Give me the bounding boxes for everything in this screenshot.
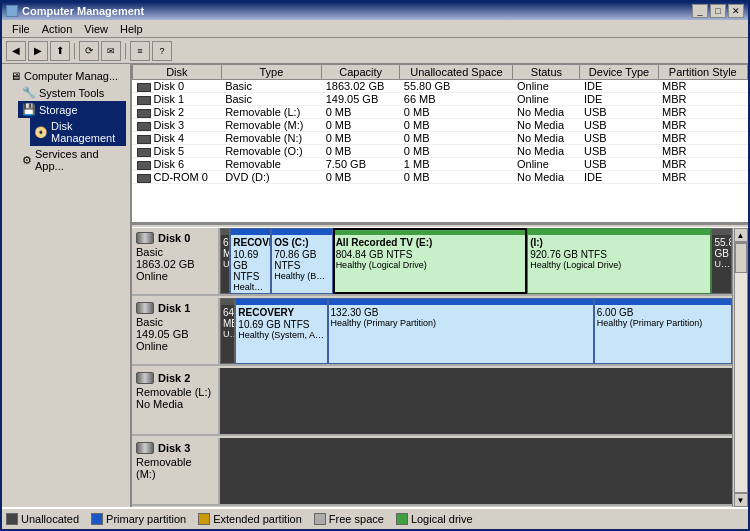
disk-size: 149.05 GB bbox=[136, 328, 214, 340]
sidebar-item-diskmgmt[interactable]: 📀 Disk Management bbox=[30, 118, 126, 146]
disk-graphical-row: Disk 1Basic149.05 GBOnline64 MBUnallocat… bbox=[132, 298, 732, 366]
scrollbar-thumb[interactable] bbox=[735, 243, 747, 273]
col-unallocated: Unallocated Space bbox=[400, 65, 513, 80]
partition-block[interactable]: 63 MBUnallocated bbox=[220, 228, 230, 294]
legend-box-primary bbox=[91, 513, 103, 525]
partition-block[interactable]: All Recorded TV (E:)804.84 GB NTFSHealth… bbox=[333, 228, 528, 294]
table-row[interactable]: Disk 5Removable (O:)0 MB0 MBNo MediaUSBM… bbox=[133, 145, 748, 158]
table-row[interactable]: CD-ROM 0DVD (D:)0 MB0 MBNo MediaIDEMBR bbox=[133, 171, 748, 184]
table-row[interactable]: Disk 4Removable (N:)0 MB0 MBNo MediaUSBM… bbox=[133, 132, 748, 145]
table-cell: Removable (M:) bbox=[221, 119, 322, 132]
legend-label-extended: Extended partition bbox=[213, 513, 302, 525]
menu-bar: File Action View Help bbox=[2, 20, 748, 38]
table-cell: 149.05 GB bbox=[322, 93, 400, 106]
partition-block[interactable]: 132.30 GBHealthy (Primary Partition) bbox=[328, 298, 594, 364]
sidebar-item-tools[interactable]: 🔧 System Tools bbox=[18, 84, 126, 101]
menu-help[interactable]: Help bbox=[114, 22, 149, 36]
toolbar-separator-2 bbox=[125, 43, 126, 59]
table-cell: Disk 1 bbox=[133, 93, 222, 106]
cylinder-shape bbox=[136, 442, 154, 454]
scrollbar: ▲ ▼ bbox=[732, 228, 748, 507]
sidebar-label-tools: System Tools bbox=[39, 87, 104, 99]
partition-status: Healthy (Primary Partition) bbox=[595, 318, 731, 328]
table-cell: Disk 6 bbox=[133, 158, 222, 171]
col-capacity: Capacity bbox=[322, 65, 400, 80]
refresh-button[interactable]: ⟳ bbox=[79, 41, 99, 61]
disk-name: Disk 2 bbox=[158, 372, 190, 384]
scrollbar-track[interactable] bbox=[734, 242, 748, 493]
sidebar-item-storage[interactable]: 💾 Storage bbox=[18, 101, 126, 118]
maximize-button[interactable]: □ bbox=[710, 4, 726, 18]
sidebar-label-storage: Storage bbox=[39, 104, 78, 116]
table-cell: Disk 0 bbox=[133, 80, 222, 93]
partition-block[interactable]: RECOVERY10.69 GB NTFSHealthy (System, Ac… bbox=[235, 298, 327, 364]
computer-icon: 🖥 bbox=[10, 70, 21, 82]
help-button[interactable]: ? bbox=[152, 41, 172, 61]
table-row[interactable]: Disk 2Removable (L:)0 MB0 MBNo MediaUSBM… bbox=[133, 106, 748, 119]
partition-header bbox=[221, 299, 234, 305]
partition-block[interactable]: OS (C:)70.86 GB NTFSHealthy (Boot, Page … bbox=[271, 228, 332, 294]
status-bar: Unallocated Primary partition Extended p… bbox=[2, 507, 748, 529]
table-cell: Online bbox=[513, 80, 580, 93]
minimize-button[interactable]: _ bbox=[692, 4, 708, 18]
up-button[interactable]: ⬆ bbox=[50, 41, 70, 61]
window-frame: Computer Management _ □ ✕ File Action Vi… bbox=[0, 0, 750, 531]
close-button[interactable]: ✕ bbox=[728, 4, 744, 18]
back-button[interactable]: ◀ bbox=[6, 41, 26, 61]
table-row[interactable]: Disk 6Removable7.50 GB1 MBOnlineUSBMBR bbox=[133, 158, 748, 171]
partition-header bbox=[528, 229, 710, 235]
legend-box-extended bbox=[198, 513, 210, 525]
partition-status: Healthy (Primary Partition) bbox=[329, 318, 593, 328]
export-button[interactable]: ✉ bbox=[101, 41, 121, 61]
disk-list-panel: Disk Type Capacity Unallocated Space Sta… bbox=[132, 64, 748, 224]
menu-view[interactable]: View bbox=[78, 22, 114, 36]
table-cell: MBR bbox=[658, 132, 747, 145]
sidebar-label-diskmgmt: Disk Management bbox=[51, 120, 122, 144]
scroll-up-button[interactable]: ▲ bbox=[734, 228, 748, 242]
disk-row-icon bbox=[137, 122, 151, 131]
properties-button[interactable]: ≡ bbox=[130, 41, 150, 61]
disk-status: No Media bbox=[136, 398, 214, 410]
toolbar-separator bbox=[74, 43, 75, 59]
forward-button[interactable]: ▶ bbox=[28, 41, 48, 61]
menu-action[interactable]: Action bbox=[36, 22, 79, 36]
disk-status: Online bbox=[136, 340, 214, 352]
legend-label-logical: Logical drive bbox=[411, 513, 473, 525]
partition-status: Healthy (Logical Drive) bbox=[528, 260, 710, 270]
col-partition-style: Partition Style bbox=[658, 65, 747, 80]
disk-label: Disk 0Basic1863.02 GBOnline bbox=[132, 228, 220, 294]
partition-name: OS (C:) bbox=[272, 237, 331, 249]
partition-block[interactable]: 55.80 GBUnallocated bbox=[711, 228, 731, 294]
legend-primary: Primary partition bbox=[91, 513, 186, 525]
toolbar: ◀ ▶ ⬆ ⟳ ✉ ≡ ? bbox=[2, 38, 748, 64]
partitions-area: 64 MBUnallocatedRECOVERY10.69 GB NTFSHea… bbox=[220, 298, 732, 364]
table-row[interactable]: Disk 3Removable (M:)0 MB0 MBNo MediaUSBM… bbox=[133, 119, 748, 132]
partition-block[interactable]: 64 MBUnallocated bbox=[220, 298, 235, 364]
table-cell: 66 MB bbox=[400, 93, 513, 106]
disk-cylinder-icon: Disk 3 bbox=[136, 442, 214, 454]
sidebar-item-computer[interactable]: 🖥 Computer Manag... bbox=[6, 68, 126, 84]
partition-block[interactable]: RECOVERY10.69 GB NTFSHealthy (Active, Pr… bbox=[230, 228, 271, 294]
sidebar-label-computer: Computer Manag... bbox=[24, 70, 118, 82]
table-row[interactable]: Disk 1Basic149.05 GB66 MBOnlineIDEMBR bbox=[133, 93, 748, 106]
sidebar-label-services: Services and App... bbox=[35, 148, 122, 172]
partition-block[interactable]: 6.00 GBHealthy (Primary Partition) bbox=[594, 298, 732, 364]
table-cell: Disk 5 bbox=[133, 145, 222, 158]
partition-block[interactable]: (I:)920.76 GB NTFSHealthy (Logical Drive… bbox=[527, 228, 711, 294]
title-bar: Computer Management _ □ ✕ bbox=[2, 2, 748, 20]
table-cell: No Media bbox=[513, 171, 580, 184]
table-cell: Disk 2 bbox=[133, 106, 222, 119]
scroll-down-button[interactable]: ▼ bbox=[734, 493, 748, 507]
partition-status: Unallocated bbox=[221, 259, 229, 269]
menu-file[interactable]: File bbox=[6, 22, 36, 36]
col-device-type: Device Type bbox=[580, 65, 658, 80]
disk-icon: 📀 bbox=[34, 126, 48, 139]
sidebar-item-services[interactable]: ⚙ Services and App... bbox=[18, 146, 126, 174]
table-row[interactable]: Disk 0Basic1863.02 GB55.80 GBOnlineIDEMB… bbox=[133, 80, 748, 93]
table-cell: 1863.02 GB bbox=[322, 80, 400, 93]
partition-size: 10.69 GB NTFS bbox=[231, 249, 270, 282]
disk-row-icon bbox=[137, 109, 151, 118]
partition-status: Unallocated bbox=[712, 259, 730, 269]
partitions-area bbox=[220, 438, 732, 504]
table-cell: MBR bbox=[658, 93, 747, 106]
